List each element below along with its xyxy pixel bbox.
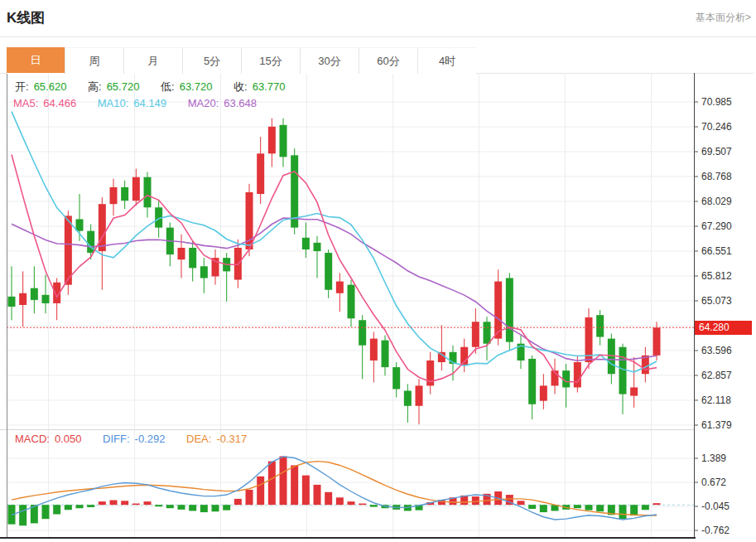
low-label: 低: bbox=[161, 80, 175, 93]
macd-bar bbox=[596, 505, 604, 511]
price-tick-label: 65.073 bbox=[701, 295, 732, 307]
high-label: 高: bbox=[88, 80, 102, 93]
macd-bar bbox=[19, 505, 26, 525]
current-price-badge: 64.280 bbox=[695, 321, 752, 335]
macd-tick-label: 0.672 bbox=[701, 477, 726, 488]
macd-bar bbox=[234, 499, 242, 505]
macd-tick-label: -0.762 bbox=[701, 525, 730, 536]
candle-body bbox=[121, 187, 128, 201]
macd-bar bbox=[268, 462, 276, 506]
candle-body bbox=[99, 204, 106, 251]
candle-body bbox=[382, 341, 389, 367]
price-tick-label: 66.551 bbox=[701, 245, 732, 257]
candle-body bbox=[596, 315, 604, 336]
candle-body bbox=[31, 288, 38, 300]
candle-body bbox=[110, 187, 118, 204]
candle-body bbox=[257, 153, 264, 194]
candle-body bbox=[416, 385, 423, 405]
diff-value: -0.292 bbox=[135, 433, 166, 445]
tab-15分[interactable]: 15分 bbox=[241, 47, 300, 74]
candle-body bbox=[314, 243, 321, 251]
ma10-label: MA10: bbox=[98, 97, 129, 109]
macd-bar bbox=[291, 465, 298, 505]
ma5-value: 64.466 bbox=[43, 97, 76, 109]
macd-bar bbox=[99, 501, 106, 505]
macd-value: 0.050 bbox=[55, 433, 82, 445]
tab-60分[interactable]: 60分 bbox=[359, 47, 417, 74]
price-tick-label: 61.379 bbox=[701, 419, 732, 431]
dea-line bbox=[12, 462, 657, 515]
macd-bar bbox=[359, 504, 366, 506]
fundamental-analysis-link[interactable]: 基本面分析> bbox=[696, 11, 751, 25]
ma20-line bbox=[12, 218, 657, 361]
macd-bar bbox=[121, 501, 128, 505]
macd-bar bbox=[155, 505, 162, 506]
tab-30分[interactable]: 30分 bbox=[300, 47, 359, 74]
macd-bar bbox=[540, 505, 547, 512]
macd-bar bbox=[76, 505, 84, 508]
tab-5分[interactable]: 5分 bbox=[182, 47, 241, 74]
macd-bar bbox=[42, 505, 50, 519]
macd-bar bbox=[642, 505, 649, 510]
price-tick-label: 68.768 bbox=[701, 171, 732, 182]
macd-tick-label: -0.045 bbox=[701, 501, 730, 512]
ma5-line bbox=[12, 155, 657, 382]
page-title: K线图 bbox=[7, 8, 45, 27]
close-value: 63.770 bbox=[253, 80, 286, 93]
price-tick-label: 62.857 bbox=[701, 370, 732, 381]
macd-bar bbox=[585, 505, 593, 510]
macd-bar bbox=[223, 505, 230, 510]
diff-label: DIFF: bbox=[103, 433, 130, 445]
macd-tick-label: 1.389 bbox=[701, 452, 726, 464]
ma10-value: 64.149 bbox=[133, 97, 166, 109]
candle-body bbox=[574, 362, 581, 387]
candle-body bbox=[42, 295, 50, 303]
candle-body bbox=[370, 339, 378, 361]
macd-bar bbox=[189, 505, 196, 511]
macd-bar bbox=[314, 485, 321, 505]
open-label: 开: bbox=[15, 80, 29, 93]
macd-bar bbox=[53, 505, 60, 514]
tab-4时[interactable]: 4时 bbox=[417, 47, 476, 74]
macd-bar bbox=[200, 505, 208, 512]
tab-月[interactable]: 月 bbox=[123, 47, 182, 74]
dea-label: DEA: bbox=[186, 433, 211, 445]
candle-body bbox=[325, 253, 332, 290]
candle-body bbox=[189, 248, 196, 268]
macd-bar bbox=[110, 501, 118, 506]
open-value: 65.620 bbox=[34, 80, 67, 93]
candle-body bbox=[404, 391, 412, 406]
ma5-label: MA5: bbox=[13, 97, 38, 109]
candle-body bbox=[302, 238, 310, 249]
low-value: 63.720 bbox=[180, 80, 213, 93]
dea-value: -0.317 bbox=[216, 433, 247, 445]
macd-bar bbox=[630, 505, 638, 515]
candle-body bbox=[178, 248, 185, 259]
macd-bar bbox=[348, 501, 355, 505]
candle-body bbox=[19, 293, 26, 305]
candle-body bbox=[336, 282, 344, 293]
candle-body bbox=[291, 155, 298, 227]
timeframe-tabbar: 日周月5分15分30分60分4时 bbox=[7, 47, 476, 74]
candle-body bbox=[268, 127, 276, 153]
macd-bar bbox=[574, 505, 581, 508]
macd-bar bbox=[246, 490, 253, 505]
price-tick-label: 70.985 bbox=[701, 96, 732, 108]
macd-label: MACD: bbox=[15, 433, 50, 445]
macd-bar bbox=[280, 457, 287, 506]
price-tick-label: 65.812 bbox=[701, 270, 732, 282]
high-value: 65.720 bbox=[107, 80, 140, 93]
candle-body bbox=[392, 367, 400, 389]
candle-body bbox=[630, 387, 638, 395]
candle-body bbox=[472, 322, 479, 346]
macd-bar bbox=[87, 505, 94, 507]
price-tick-label: 62.118 bbox=[701, 394, 731, 406]
tab-周[interactable]: 周 bbox=[65, 47, 123, 74]
ma10-line bbox=[12, 112, 657, 372]
macd-bar bbox=[336, 497, 344, 505]
macd-bar bbox=[257, 477, 264, 505]
macd-bar bbox=[619, 505, 627, 519]
macd-bar bbox=[472, 496, 479, 505]
tab-日[interactable]: 日 bbox=[7, 47, 65, 73]
price-tick-label: 70.246 bbox=[701, 121, 732, 133]
